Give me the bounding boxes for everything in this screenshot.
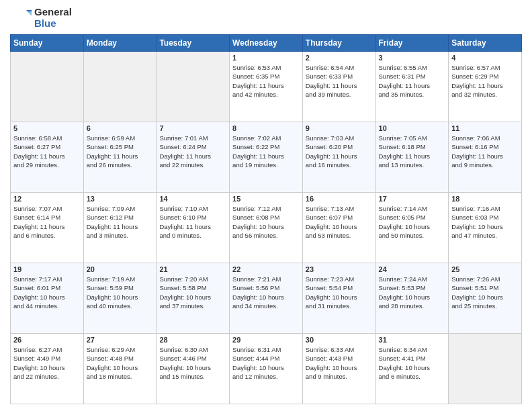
day-info: Sunrise: 7:07 AM Sunset: 6:14 PM Dayligh…	[13, 204, 81, 240]
calendar-cell: 6Sunrise: 6:59 AM Sunset: 6:25 PM Daylig…	[83, 122, 157, 193]
day-number: 17	[379, 195, 446, 203]
day-info: Sunrise: 7:12 AM Sunset: 6:08 PM Dayligh…	[232, 204, 300, 240]
day-number: 14	[159, 195, 226, 203]
calendar-cell: 3Sunrise: 6:55 AM Sunset: 6:31 PM Daylig…	[375, 52, 449, 122]
day-info: Sunrise: 7:02 AM Sunset: 6:22 PM Dayligh…	[232, 134, 300, 169]
calendar-cell: 25Sunrise: 7:26 AM Sunset: 5:51 PM Dayli…	[449, 263, 522, 334]
page: General Blue SundayMondayTuesdayWednesda…	[0, 0, 532, 411]
day-info: Sunrise: 7:21 AM Sunset: 5:56 PM Dayligh…	[232, 275, 300, 310]
calendar-cell	[83, 52, 157, 122]
day-info: Sunrise: 6:58 AM Sunset: 6:27 PM Dayligh…	[13, 134, 81, 169]
day-info: Sunrise: 6:34 AM Sunset: 4:41 PM Dayligh…	[379, 345, 446, 381]
calendar-cell: 5Sunrise: 6:58 AM Sunset: 6:27 PM Daylig…	[11, 122, 84, 193]
calendar-week-row: 19Sunrise: 7:17 AM Sunset: 6:01 PM Dayli…	[11, 263, 522, 334]
calendar-cell: 2Sunrise: 6:54 AM Sunset: 6:33 PM Daylig…	[302, 52, 375, 122]
day-number: 28	[159, 336, 226, 344]
calendar-cell: 11Sunrise: 7:06 AM Sunset: 6:16 PM Dayli…	[449, 122, 522, 193]
day-number: 23	[306, 265, 373, 273]
calendar-cell: 8Sunrise: 7:02 AM Sunset: 6:22 PM Daylig…	[230, 122, 303, 193]
calendar-cell	[11, 52, 84, 122]
day-info: Sunrise: 7:06 AM Sunset: 6:16 PM Dayligh…	[451, 134, 519, 169]
day-number: 22	[232, 265, 300, 273]
day-info: Sunrise: 6:59 AM Sunset: 6:25 PM Dayligh…	[87, 134, 154, 169]
logo-general: General	[34, 7, 72, 18]
weekday-header: Tuesday	[157, 35, 230, 52]
day-number: 15	[232, 195, 300, 203]
day-info: Sunrise: 6:31 AM Sunset: 4:44 PM Dayligh…	[232, 345, 300, 381]
day-number: 30	[306, 336, 373, 344]
day-info: Sunrise: 7:10 AM Sunset: 6:10 PM Dayligh…	[159, 204, 226, 240]
day-number: 4	[451, 54, 519, 62]
calendar-cell: 18Sunrise: 7:16 AM Sunset: 6:03 PM Dayli…	[449, 193, 522, 263]
day-number: 31	[379, 336, 446, 344]
calendar-cell: 4Sunrise: 6:57 AM Sunset: 6:29 PM Daylig…	[449, 52, 522, 122]
day-number: 27	[87, 336, 154, 344]
calendar-week-row: 5Sunrise: 6:58 AM Sunset: 6:27 PM Daylig…	[11, 122, 522, 193]
day-number: 1	[232, 54, 300, 62]
day-number: 8	[232, 124, 300, 132]
calendar-cell: 20Sunrise: 7:19 AM Sunset: 5:59 PM Dayli…	[83, 263, 157, 334]
day-info: Sunrise: 6:33 AM Sunset: 4:43 PM Dayligh…	[306, 345, 373, 381]
calendar-cell: 21Sunrise: 7:20 AM Sunset: 5:58 PM Dayli…	[157, 263, 230, 334]
calendar-cell: 31Sunrise: 6:34 AM Sunset: 4:41 PM Dayli…	[375, 334, 449, 404]
day-info: Sunrise: 7:09 AM Sunset: 6:12 PM Dayligh…	[87, 204, 154, 240]
day-info: Sunrise: 6:30 AM Sunset: 4:46 PM Dayligh…	[159, 345, 226, 381]
day-number: 29	[232, 336, 300, 344]
calendar-week-row: 12Sunrise: 7:07 AM Sunset: 6:14 PM Dayli…	[11, 193, 522, 263]
weekday-header: Monday	[83, 35, 157, 52]
logo-text: General Blue	[34, 7, 72, 29]
calendar-week-row: 26Sunrise: 6:27 AM Sunset: 4:49 PM Dayli…	[11, 334, 522, 404]
calendar-cell: 19Sunrise: 7:17 AM Sunset: 6:01 PM Dayli…	[11, 263, 84, 334]
day-info: Sunrise: 6:55 AM Sunset: 6:31 PM Dayligh…	[379, 63, 446, 99]
day-number: 5	[13, 124, 81, 132]
calendar-cell: 10Sunrise: 7:05 AM Sunset: 6:18 PM Dayli…	[375, 122, 449, 193]
day-number: 19	[13, 265, 81, 273]
svg-marker-1	[28, 11, 32, 15]
day-number: 26	[13, 336, 81, 344]
calendar-cell: 9Sunrise: 7:03 AM Sunset: 6:20 PM Daylig…	[302, 122, 375, 193]
calendar-table: SundayMondayTuesdayWednesdayThursdayFrid…	[10, 34, 522, 404]
calendar-cell: 13Sunrise: 7:09 AM Sunset: 6:12 PM Dayli…	[83, 193, 157, 263]
calendar-cell: 16Sunrise: 7:13 AM Sunset: 6:07 PM Dayli…	[302, 193, 375, 263]
calendar-cell: 27Sunrise: 6:29 AM Sunset: 4:48 PM Dayli…	[83, 334, 157, 404]
day-info: Sunrise: 7:26 AM Sunset: 5:51 PM Dayligh…	[451, 275, 519, 310]
day-number: 10	[379, 124, 446, 132]
calendar-cell: 7Sunrise: 7:01 AM Sunset: 6:24 PM Daylig…	[157, 122, 230, 193]
day-info: Sunrise: 6:29 AM Sunset: 4:48 PM Dayligh…	[87, 345, 154, 381]
day-number: 24	[379, 265, 446, 273]
calendar-cell	[449, 334, 522, 404]
day-number: 25	[451, 265, 519, 273]
day-number: 6	[87, 124, 154, 132]
weekday-header-row: SundayMondayTuesdayWednesdayThursdayFrid…	[11, 35, 522, 52]
day-info: Sunrise: 7:14 AM Sunset: 6:05 PM Dayligh…	[379, 204, 446, 240]
calendar-cell: 22Sunrise: 7:21 AM Sunset: 5:56 PM Dayli…	[230, 263, 303, 334]
calendar-cell: 26Sunrise: 6:27 AM Sunset: 4:49 PM Dayli…	[11, 334, 84, 404]
calendar-cell	[157, 52, 230, 122]
weekday-header: Saturday	[449, 35, 522, 52]
weekday-header: Friday	[375, 35, 449, 52]
calendar-cell: 12Sunrise: 7:07 AM Sunset: 6:14 PM Dayli…	[11, 193, 84, 263]
logo: General Blue	[10, 7, 72, 29]
day-number: 3	[379, 54, 446, 62]
calendar-cell: 29Sunrise: 6:31 AM Sunset: 4:44 PM Dayli…	[230, 334, 303, 404]
weekday-header: Thursday	[302, 35, 375, 52]
day-number: 11	[451, 124, 519, 132]
day-info: Sunrise: 7:24 AM Sunset: 5:53 PM Dayligh…	[379, 275, 446, 310]
day-info: Sunrise: 7:01 AM Sunset: 6:24 PM Dayligh…	[159, 134, 226, 169]
day-number: 20	[87, 265, 154, 273]
day-info: Sunrise: 7:20 AM Sunset: 5:58 PM Dayligh…	[159, 275, 226, 310]
weekday-header: Sunday	[11, 35, 84, 52]
calendar-cell: 28Sunrise: 6:30 AM Sunset: 4:46 PM Dayli…	[157, 334, 230, 404]
calendar-cell: 24Sunrise: 7:24 AM Sunset: 5:53 PM Dayli…	[375, 263, 449, 334]
day-info: Sunrise: 6:53 AM Sunset: 6:35 PM Dayligh…	[232, 63, 300, 99]
day-info: Sunrise: 7:05 AM Sunset: 6:18 PM Dayligh…	[379, 134, 446, 169]
day-number: 12	[13, 195, 81, 203]
day-info: Sunrise: 6:57 AM Sunset: 6:29 PM Dayligh…	[451, 63, 519, 99]
day-info: Sunrise: 7:13 AM Sunset: 6:07 PM Dayligh…	[306, 204, 373, 240]
day-number: 9	[306, 124, 373, 132]
calendar-cell: 23Sunrise: 7:23 AM Sunset: 5:54 PM Dayli…	[302, 263, 375, 334]
day-info: Sunrise: 6:54 AM Sunset: 6:33 PM Dayligh…	[306, 63, 373, 99]
day-info: Sunrise: 7:23 AM Sunset: 5:54 PM Dayligh…	[306, 275, 373, 310]
logo-blue: Blue	[34, 18, 72, 30]
day-number: 7	[159, 124, 226, 132]
